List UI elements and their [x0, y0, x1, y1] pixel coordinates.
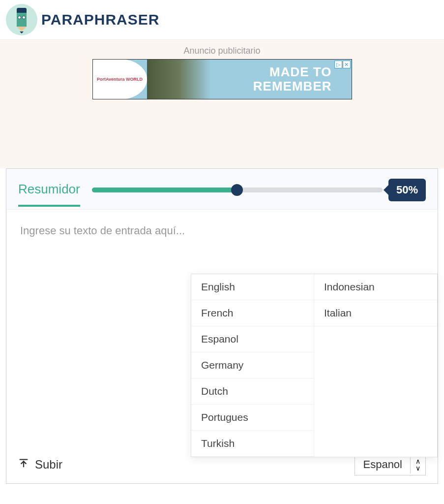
- brand-name: PARAPHRASER: [41, 11, 159, 28]
- upload-icon: [18, 458, 29, 472]
- text-input-area[interactable]: Ingrese su texto de entrada aquí... Engl…: [6, 210, 438, 446]
- main-panel: Resumidor 50% Ingrese su texto de entrad…: [6, 168, 438, 484]
- ad-logo: PortAventura WORLD: [93, 59, 147, 99]
- panel-header: Resumidor 50%: [6, 169, 438, 210]
- language-option[interactable]: Dutch: [191, 378, 314, 405]
- ad-close-button[interactable]: ✕: [343, 61, 351, 68]
- ad-banner[interactable]: PortAventura WORLD MADE TO REMEMBER ▷ ✕: [92, 59, 352, 99]
- app-header: PARAPHRASER: [0, 0, 444, 40]
- language-option[interactable]: Portugues: [191, 405, 314, 431]
- tab-resumidor[interactable]: Resumidor: [18, 182, 80, 207]
- language-option[interactable]: Indonesian: [314, 274, 437, 300]
- language-option[interactable]: Espanol: [191, 326, 314, 352]
- language-option[interactable]: French: [191, 300, 314, 326]
- summary-slider[interactable]: 50%: [92, 179, 426, 209]
- ad-tagline: MADE TO REMEMBER: [253, 65, 352, 93]
- language-selected: Espanol: [355, 454, 410, 475]
- ad-label: Anuncio publicitario: [0, 46, 444, 56]
- language-dropdown: EnglishFrenchEspanolGermanyDutchPortugue…: [191, 274, 438, 457]
- input-placeholder: Ingrese su texto de entrada aquí...: [20, 224, 424, 237]
- ad-section: Anuncio publicitario PortAventura WORLD …: [0, 40, 444, 168]
- language-option[interactable]: English: [191, 274, 314, 300]
- sort-arrows-icon[interactable]: ∧∨: [410, 456, 425, 473]
- upload-label: Subir: [35, 458, 62, 472]
- language-option[interactable]: Turkish: [191, 431, 314, 457]
- percent-badge: 50%: [388, 179, 426, 201]
- logo[interactable]: PARAPHRASER: [6, 4, 159, 35]
- adchoices-icon[interactable]: ▷: [334, 61, 342, 68]
- upload-button[interactable]: Subir: [18, 458, 62, 472]
- slider-thumb[interactable]: [231, 184, 243, 196]
- language-option[interactable]: Italian: [314, 300, 437, 326]
- pencil-mascot-icon: [6, 4, 37, 35]
- language-option[interactable]: Germany: [191, 352, 314, 378]
